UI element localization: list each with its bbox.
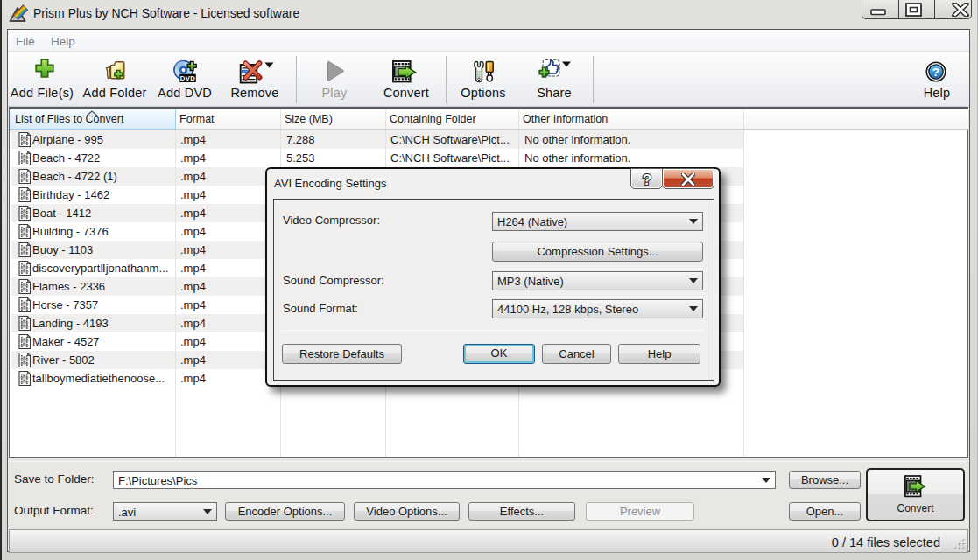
svg-text:DVD: DVD — [180, 74, 195, 82]
svg-text:?: ? — [932, 66, 939, 79]
svg-text:?: ? — [642, 172, 651, 188]
